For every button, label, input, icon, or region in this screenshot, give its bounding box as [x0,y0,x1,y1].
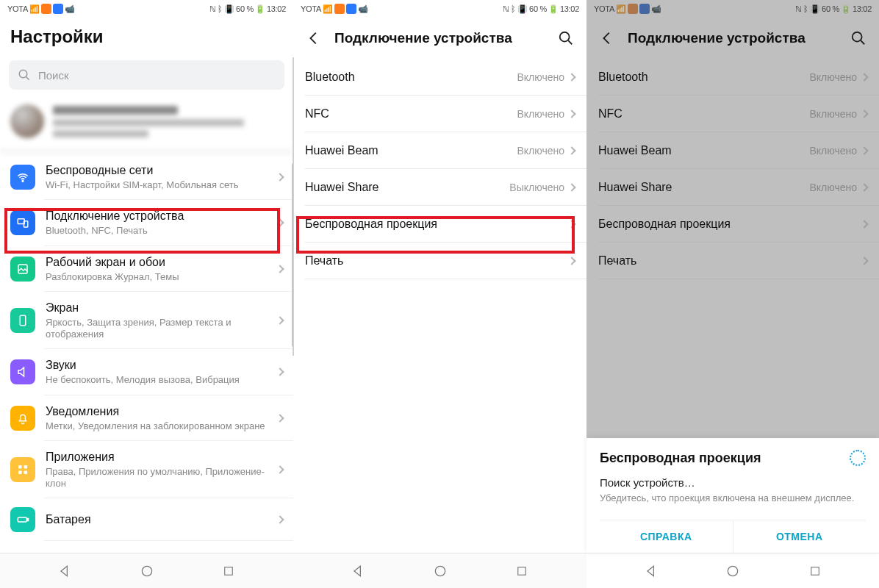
row-print[interactable]: Печать [586,243,879,279]
profile-row[interactable] [0,97,293,154]
chevron-right-icon [567,257,575,265]
search-button[interactable] [848,28,869,49]
nav-home-button[interactable] [129,559,165,583]
settings-row-sounds[interactable]: ЗвукиНе беспокоить, Мелодия вызова, Вибр… [0,349,293,395]
chevron-right-icon [567,183,575,191]
row-print[interactable]: Печать [293,243,586,279]
search-icon [18,68,31,82]
status-icon-orange [334,4,345,14]
chevron-right-icon [276,414,284,422]
clock-label: 13:02 [267,4,286,13]
row-wireless-projection[interactable]: Беспроводная проекция [293,206,586,243]
carrier-label: YOTA [7,4,28,13]
bluetooth-icon: ᛒ [803,4,808,13]
nav-home-button[interactable] [423,559,458,583]
chevron-right-icon [860,220,868,228]
status-icon-blue [346,4,356,14]
svg-rect-11 [18,517,26,522]
row-huawei-share[interactable]: Huawei ShareВключено [586,169,879,206]
camera-icon: 📹 [65,4,75,14]
svg-rect-14 [225,567,233,575]
row-huawei-beam[interactable]: Huawei BeamВключено [293,132,586,169]
svg-rect-10 [24,471,28,475]
svg-point-15 [560,32,570,42]
svg-point-19 [853,32,862,42]
svg-rect-9 [18,471,22,475]
settings-row-apps[interactable]: ПриложенияПрава, Приложения по умолчанию… [0,441,293,499]
back-button[interactable] [597,28,617,49]
settings-row-wireless[interactable]: Беспроводные сетиWi-Fi, Настройки SIM-ка… [0,154,293,200]
status-bar: YOTA 📶 📹 ℕ ᛒ 📳 60 % 🔋 13:02 [586,0,879,18]
chevron-right-icon [860,257,868,265]
status-bar: YOTA 📶 📹 ℕ ᛒ 📳 60 % 🔋 13:02 [0,0,293,18]
device-icon [10,210,35,235]
svg-line-1 [26,77,29,80]
vibrate-icon: 📳 [517,4,528,14]
battery-icon: 🔋 [255,4,265,14]
row-huawei-share[interactable]: Huawei ShareВыключено [293,169,586,206]
back-button[interactable] [304,28,324,49]
device-connection-screen-dialog: YOTA 📶 📹 ℕ ᛒ 📳 60 % 🔋 13:02 Подключение … [586,0,879,588]
help-button[interactable]: СПРАВКА [600,520,733,553]
nav-back-button[interactable] [47,559,82,583]
row-bluetooth[interactable]: BluetoothВключено [586,59,879,96]
chevron-right-icon [276,316,284,324]
nav-bar [0,553,293,588]
status-icon-blue [53,4,63,14]
signal-icon: 📶 [323,4,333,14]
svg-rect-22 [811,567,819,575]
settings-row-display[interactable]: ЭкранЯркость, Защита зрения, Размер текс… [0,292,293,350]
wifi-icon [10,165,35,190]
row-nfc[interactable]: NFCВключено [586,96,879,132]
row-bluetooth[interactable]: BluetoothВключено [293,59,586,96]
display-icon [10,308,35,333]
nav-recent-button[interactable] [797,559,833,583]
svg-rect-18 [518,567,526,575]
signal-icon: 📶 [616,4,626,14]
nav-recent-button[interactable] [504,559,539,583]
status-icon-blue [639,4,650,14]
chevron-right-icon [567,73,575,81]
nfc-icon: ℕ [209,4,216,14]
svg-point-0 [19,70,27,78]
chevron-right-icon [276,516,284,524]
cancel-button[interactable]: ОТМЕНА [733,520,867,553]
nav-back-button[interactable] [340,559,376,583]
svg-line-20 [861,40,864,44]
chevron-right-icon [276,465,284,473]
settings-row-battery[interactable]: Батарея [0,498,293,541]
settings-row-notifications[interactable]: УведомленияМетки, Уведомления на заблоки… [0,395,293,441]
chevron-right-icon [567,220,575,228]
svg-rect-6 [20,315,26,326]
nav-recent-button[interactable] [211,559,246,583]
row-wireless-projection[interactable]: Беспроводная проекция [586,206,879,243]
row-nfc[interactable]: NFCВключено [293,96,586,132]
settings-row-homescreen[interactable]: Рабочий экран и обоиРазблокировка Журнал… [0,246,293,292]
search-input[interactable]: Поиск [9,60,284,90]
bell-icon [10,406,35,431]
sheet-status: Поиск устройств… [600,476,866,489]
nav-bar [586,553,879,588]
svg-point-2 [22,180,24,182]
svg-point-21 [728,566,737,576]
apps-icon [10,457,35,482]
nav-home-button[interactable] [715,559,750,583]
chevron-right-icon [860,146,868,154]
spinner-icon [850,450,866,466]
wallpaper-icon [10,257,35,282]
chevron-right-icon [276,265,284,273]
settings-row-device-connection[interactable]: Подключение устройстваBluetooth, NFC, Пе… [0,200,293,245]
chevron-right-icon [567,146,575,154]
avatar [10,104,44,138]
search-button[interactable] [556,28,576,49]
page-title: Настройки [10,26,104,47]
bluetooth-icon: ᛒ [511,4,516,13]
chevron-right-icon [276,173,284,181]
svg-rect-8 [24,465,28,469]
vibrate-icon: 📳 [224,4,234,14]
nav-back-button[interactable] [634,559,669,583]
camera-icon: 📹 [358,4,368,14]
wireless-projection-sheet: Беспроводная проекция Поиск устройств… У… [586,438,879,553]
row-huawei-beam[interactable]: Huawei BeamВключено [586,132,879,169]
svg-rect-12 [27,519,29,521]
